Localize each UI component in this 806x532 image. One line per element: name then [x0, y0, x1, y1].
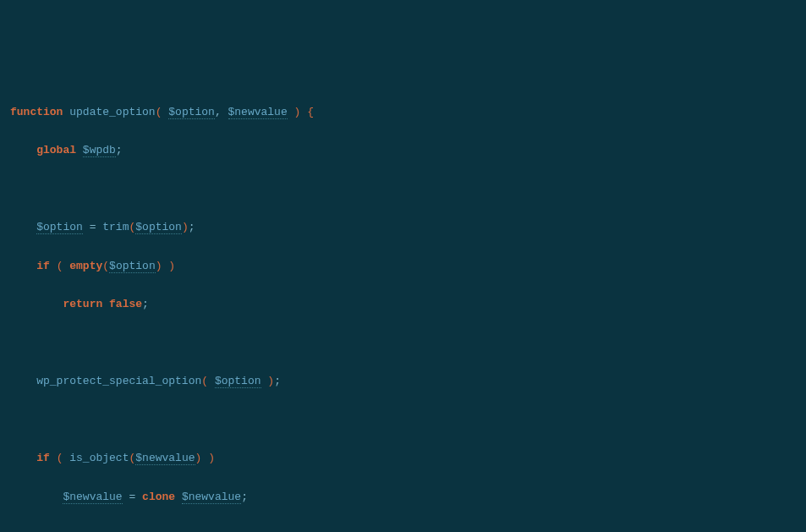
keyword-function: function: [10, 106, 63, 118]
param: $newvalue: [228, 106, 288, 119]
code-line: $newvalue = clone $newvalue;: [8, 488, 806, 507]
variable: $wpdb: [83, 144, 116, 157]
param: $option: [168, 106, 215, 119]
code-line: function update_option( $option, $newval…: [8, 103, 806, 123]
code-line: global $wpdb;: [8, 141, 806, 161]
blank-line: [8, 180, 806, 200]
function-name: update_option: [69, 106, 155, 118]
code-line: wp_protect_special_option( $option );: [8, 372, 806, 392]
code-line: if ( is_object($newvalue) ): [8, 449, 806, 469]
code-line: $option = trim($option);: [8, 218, 806, 238]
code-line: if ( empty($option) ): [8, 257, 806, 277]
blank-line: [8, 334, 806, 354]
blank-line: [8, 411, 806, 431]
code-line: return false;: [8, 295, 806, 315]
code-editor[interactable]: function update_option( $option, $newval…: [8, 84, 806, 532]
blank-line: [8, 526, 806, 532]
